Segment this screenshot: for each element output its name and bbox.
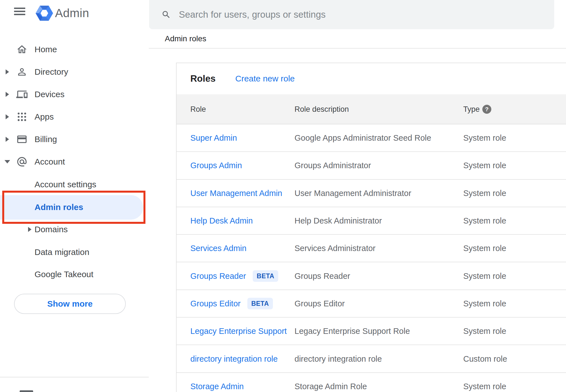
beta-badge: BETA [253,270,278,282]
sidebar-item-data-migration[interactable]: Data migration [0,241,149,263]
table-row[interactable]: Storage Admin Storage Admin Role System … [177,373,566,392]
role-description: Groups Administrator [295,161,371,170]
menu-hamburger-icon[interactable] [14,8,25,15]
sidebar-item-directory[interactable]: Directory [0,61,149,83]
sidebar-item-apps[interactable]: Apps [0,106,149,128]
sidebar-label-domains: Domains [35,225,68,234]
role-type: Custom role [463,354,507,363]
chevron-right-icon[interactable] [6,92,9,97]
table-row[interactable]: Groups Admin Groups Administrator System… [177,152,566,179]
table-row[interactable]: Legacy Enterprise Support Legacy Enterpr… [177,318,566,345]
role-link[interactable]: Help Desk Admin [190,216,253,225]
role-link[interactable]: Groups Admin [190,161,242,170]
roles-table-body: Super Admin Google Apps Administrator Se… [177,124,566,392]
table-row[interactable]: Help Desk Admin Help Desk Administrator … [177,207,566,235]
role-type: System role [463,133,506,143]
chevron-right-icon[interactable] [6,137,9,142]
chevron-right-icon[interactable] [28,227,31,232]
chevron-right-icon[interactable] [6,114,9,119]
sidebar-item-billing[interactable]: Billing [0,128,149,151]
role-type: System role [463,244,506,253]
show-more-label: Show more [47,299,93,309]
apps-grid-icon [16,111,28,122]
sidebar-label-billing: Billing [35,135,57,144]
table-row[interactable]: User Management Admin User Management Ad… [177,180,566,207]
search-icon [161,10,171,19]
sidebar-label-google-takeout: Google Takeout [35,270,93,279]
card-title: Roles [190,73,216,84]
table-header-row: Role Role description Type ? [177,94,566,124]
admin-console-page: Admin Admin roles Home Directory Devices [0,0,566,392]
sidebar-label-devices: Devices [35,90,65,99]
role-description: Help Desk Administrator [295,216,382,225]
at-sign-icon [16,156,28,167]
sidebar-item-google-takeout[interactable]: Google Takeout [0,263,149,286]
column-header-description: Role description [295,105,349,113]
table-row[interactable]: Services Admin Services Administrator Sy… [177,235,566,262]
role-description: Groups Reader [295,271,350,281]
sidebar-label-apps: Apps [35,112,54,122]
create-new-role-link[interactable]: Create new role [235,74,295,83]
google-admin-logo[interactable] [36,4,53,23]
show-more-button[interactable]: Show more [14,294,126,314]
role-link[interactable]: Services Admin [190,244,247,253]
role-link[interactable]: Groups Reader [190,271,246,281]
devices-icon [16,89,28,100]
role-description: Groups Editor [295,299,345,308]
column-header-type: Type [463,105,480,113]
role-type: System role [463,327,506,336]
role-type: System role [463,299,506,308]
person-icon [16,66,28,78]
role-link[interactable]: Legacy Enterprise Support [190,327,287,336]
app-title: Admin [55,6,89,20]
sidebar-label-account: Account [35,157,65,167]
role-description: Legacy Enterprise Support Role [295,327,410,336]
role-link[interactable]: directory integration role [190,354,278,363]
table-row[interactable]: directory integration role directory int… [177,345,566,373]
role-type: System role [463,161,506,170]
role-type: System role [463,188,506,198]
sidebar-label-home: Home [35,45,57,54]
sidebar-label-directory: Directory [35,67,68,77]
role-type: System role [463,271,506,281]
role-link[interactable]: Groups Editor [190,299,241,308]
breadcrumb-divider [149,48,566,49]
search-input[interactable] [178,9,546,20]
beta-badge: BETA [247,298,273,309]
column-header-role: Role [190,105,206,113]
role-type: System role [463,382,506,391]
table-row[interactable]: Groups Reader BETA Groups Reader System … [177,262,566,290]
role-description: Google Apps Administrator Seed Role [295,133,431,143]
sidebar-label-admin-roles: Admin roles [35,202,83,212]
chevron-down-icon[interactable] [4,160,10,163]
sidebar-item-admin-roles[interactable]: Admin roles [0,196,149,218]
table-row[interactable]: Super Admin Google Apps Administrator Se… [177,124,566,152]
sidebar-item-home[interactable]: Home [0,38,149,61]
sidebar-item-account-settings[interactable]: Account settings [0,173,149,196]
breadcrumb: Admin roles [165,34,206,43]
sidebar-bottom-divider [0,377,149,377]
credit-card-icon [16,134,28,145]
role-description: Services Administrator [295,244,376,253]
sidebar-label-account-settings: Account settings [35,180,96,189]
roles-card: Roles Create new role Role Role descript… [176,63,566,392]
role-description: Storage Admin Role [295,382,367,391]
role-link[interactable]: Storage Admin [190,382,244,391]
role-link[interactable]: User Management Admin [190,188,282,198]
role-description: directory integration role [295,354,382,363]
home-icon [16,44,28,55]
role-link[interactable]: Super Admin [190,133,237,143]
sidebar-item-account[interactable]: Account [0,151,149,173]
role-description: User Management Administrator [295,188,411,198]
help-icon[interactable]: ? [482,105,491,114]
role-type: System role [463,216,506,225]
chevron-right-icon[interactable] [6,69,9,74]
bottom-partial-icon [20,390,33,392]
sidebar-label-data-migration: Data migration [35,247,89,257]
search-bar[interactable] [149,0,554,29]
sidebar-item-devices[interactable]: Devices [0,83,149,106]
table-row[interactable]: Groups Editor BETA Groups Editor System … [177,290,566,318]
sidebar-item-domains[interactable]: Domains [0,218,149,241]
